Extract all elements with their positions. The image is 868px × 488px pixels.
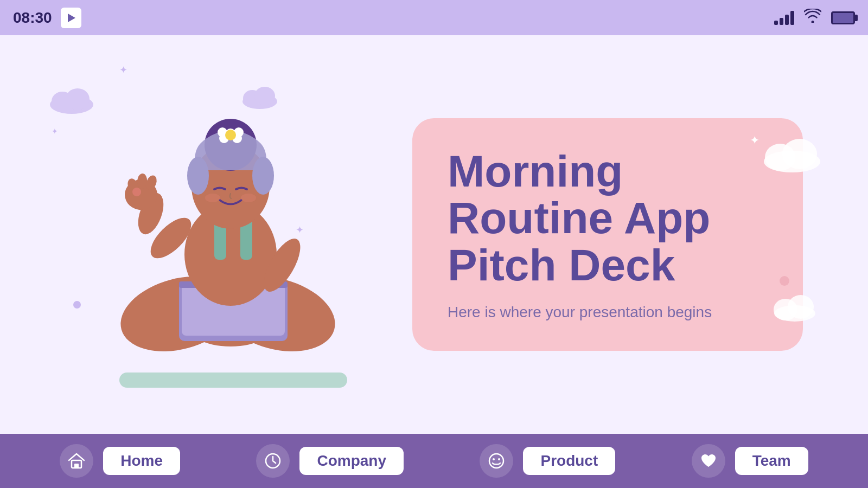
clock-icon <box>256 444 290 478</box>
play-triangle-icon <box>68 14 75 22</box>
status-right <box>774 9 855 27</box>
battery-icon <box>831 11 855 24</box>
smiley-icon <box>480 444 513 478</box>
play-button[interactable] <box>61 8 81 28</box>
wifi-icon <box>804 9 821 27</box>
home-label[interactable]: Home <box>103 447 180 475</box>
svg-point-35 <box>241 194 256 202</box>
nav-item-company[interactable]: Company <box>256 444 404 478</box>
heart-icon <box>692 444 725 478</box>
svg-point-46 <box>493 458 495 460</box>
card-cloud-decoration <box>760 134 825 175</box>
person-illustration <box>108 81 358 387</box>
status-left: 08:30 <box>13 8 81 28</box>
svg-point-45 <box>489 454 503 468</box>
illustration-area <box>65 50 401 419</box>
svg-point-34 <box>205 194 220 202</box>
svg-point-47 <box>498 458 500 460</box>
team-label[interactable]: Team <box>735 447 808 475</box>
svg-point-41 <box>788 295 814 319</box>
card-sparkle-decoration: ✦ <box>750 133 760 147</box>
card-dot-decoration <box>780 276 789 286</box>
sparkle-decoration: ✦ <box>52 127 58 135</box>
card-cloud-decoration-2 <box>770 292 819 324</box>
home-icon <box>60 444 93 478</box>
bottom-nav: Home Company Product Te <box>0 434 868 488</box>
nav-item-team[interactable]: Team <box>692 444 808 478</box>
pitch-card: ✦ Morning Routine App Pitch Deck Here is… <box>412 118 803 350</box>
main-content: ✦ ✦ ✦ <box>0 35 868 434</box>
status-bar: 08:30 <box>0 0 868 35</box>
svg-rect-43 <box>74 464 79 468</box>
signal-icon <box>774 11 794 25</box>
nav-item-home[interactable]: Home <box>60 444 180 478</box>
status-time: 08:30 <box>13 9 52 27</box>
svg-point-38 <box>782 139 817 169</box>
svg-point-21 <box>132 188 141 196</box>
slide-subtitle: Here is where your presentation begins <box>448 304 768 321</box>
company-label[interactable]: Company <box>299 447 404 475</box>
svg-point-27 <box>252 157 274 195</box>
nav-item-product[interactable]: Product <box>480 444 615 478</box>
product-label[interactable]: Product <box>523 447 615 475</box>
svg-point-26 <box>187 157 209 195</box>
slide-title: Morning Routine App Pitch Deck <box>448 148 768 288</box>
svg-point-33 <box>225 130 236 140</box>
